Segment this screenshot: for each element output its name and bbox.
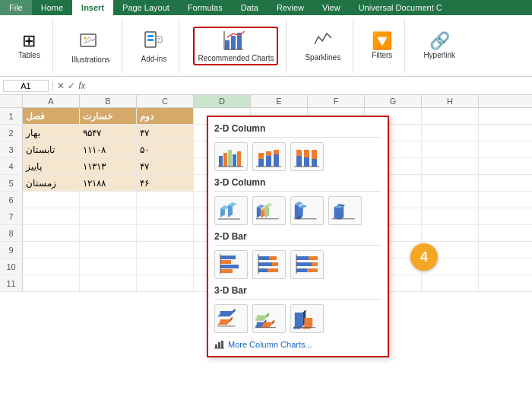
cell-c4[interactable]: ۴۷	[137, 158, 194, 174]
row-number: 6	[0, 192, 23, 208]
filters-button[interactable]: 🔽 Filters	[367, 31, 397, 61]
svg-marker-83	[255, 316, 266, 321]
column-headers: A B C D E F G H	[0, 95, 532, 108]
sparklines-button[interactable]: Sparklines	[300, 29, 345, 63]
tab-page-layout[interactable]: Page Layout	[113, 0, 179, 15]
cell-h2[interactable]	[422, 125, 479, 141]
3d-bar-3[interactable]	[290, 304, 324, 333]
2d-column-clustered[interactable]	[214, 142, 248, 171]
cell-reference-input[interactable]	[3, 80, 49, 92]
cell-a4[interactable]: پاییز	[23, 158, 80, 174]
ribbon-group-charts: Recommended Charts	[185, 18, 287, 73]
filters-label: Filters	[372, 51, 392, 59]
recommended-charts-label: Recommended Charts	[198, 54, 274, 62]
hyperlink-icon: 🔗	[429, 33, 450, 49]
svg-rect-57	[220, 265, 239, 268]
svg-rect-24	[274, 150, 279, 154]
3d-bar-2[interactable]	[252, 304, 286, 333]
cell-b6[interactable]	[80, 192, 137, 208]
tab-home[interactable]: Home	[32, 0, 72, 15]
cell-a3[interactable]: تابستان	[23, 141, 80, 157]
formula-input[interactable]	[88, 81, 529, 91]
svg-rect-21	[266, 156, 271, 167]
2d-column-options	[214, 142, 382, 171]
ribbon-group-sparklines: Sparklines	[293, 18, 353, 73]
cell-h6[interactable]	[422, 192, 479, 208]
3d-column-1[interactable]	[214, 196, 248, 225]
tables-button[interactable]: ⊞ Tables	[14, 31, 45, 61]
cell-a1[interactable]: فصل	[23, 108, 80, 124]
svg-rect-61	[269, 256, 277, 260]
ribbon-group-illustrations: Illustrations	[59, 18, 123, 73]
cell-b1[interactable]: خسارت	[80, 108, 137, 124]
cell-c1[interactable]: دوم	[137, 108, 194, 124]
cell-b5[interactable]: ۱۲۱۸۸	[80, 175, 137, 191]
row-number-header	[0, 95, 23, 107]
cell-h4[interactable]	[422, 158, 479, 174]
cell-c5[interactable]: ۴۶	[137, 175, 194, 191]
svg-rect-91	[215, 344, 217, 348]
svg-rect-62	[258, 262, 272, 266]
col-header-e: E	[251, 95, 308, 107]
2d-column-100pct[interactable]	[290, 142, 324, 171]
cell-c2[interactable]: ۴۷	[137, 125, 194, 141]
svg-rect-16	[233, 154, 236, 167]
ribbon-content: ⊞ Tables Illustrations	[0, 15, 532, 76]
row-number: 1	[0, 108, 23, 124]
col-header-g: G	[365, 95, 422, 107]
cell-b3[interactable]: ۱۱۱۰۸	[80, 141, 137, 157]
insert-function-icon[interactable]: fx	[78, 81, 85, 91]
svg-rect-70	[312, 262, 318, 266]
hyperlink-button[interactable]: 🔗 Hyperlink	[419, 31, 460, 61]
tab-review[interactable]: Review	[268, 0, 313, 15]
tab-universal[interactable]: Universal Document C	[350, 0, 451, 15]
2d-bar-stacked[interactable]	[252, 250, 286, 279]
3d-bar-1[interactable]	[214, 304, 248, 333]
svg-rect-31	[312, 150, 317, 159]
cell-b4[interactable]: ۱۱۳۱۳	[80, 158, 137, 174]
illustrations-button[interactable]: Illustrations	[67, 27, 115, 65]
recommended-charts-button[interactable]: Recommended Charts	[193, 27, 278, 65]
svg-rect-69	[296, 262, 312, 266]
cell-h3[interactable]	[422, 141, 479, 157]
cell-b2[interactable]: ۹۵۴۷	[80, 125, 137, 141]
tab-formulas[interactable]: Formulas	[179, 0, 232, 15]
cell-c6[interactable]	[137, 192, 194, 208]
svg-marker-77	[230, 316, 233, 322]
ribbon-group-addins: ? Add-ins	[128, 18, 179, 73]
svg-rect-9	[231, 36, 236, 49]
svg-rect-26	[296, 156, 302, 167]
addins-button[interactable]: ? Add-ins	[136, 27, 171, 65]
more-column-charts-label: More Column Charts...	[228, 340, 312, 349]
tab-data[interactable]: Data	[232, 0, 268, 15]
cell-a5[interactable]: زمستان	[23, 175, 80, 191]
tab-view[interactable]: View	[313, 0, 350, 15]
cell-a2[interactable]: بهار	[23, 125, 80, 141]
2d-bar-100pct[interactable]	[290, 250, 324, 279]
svg-rect-13	[219, 156, 223, 167]
cell-h1[interactable]	[422, 108, 479, 124]
ribbon-group-hyperlink: 🔗 Hyperlink	[411, 18, 467, 73]
confirm-icon: ✓	[68, 81, 75, 91]
cell-a6[interactable]	[23, 192, 80, 208]
svg-marker-75	[233, 309, 236, 314]
svg-rect-63	[272, 262, 278, 266]
svg-point-2	[84, 37, 87, 40]
2d-column-stacked[interactable]	[252, 142, 286, 171]
tab-file[interactable]: File	[0, 0, 32, 15]
svg-rect-19	[258, 159, 264, 167]
3d-column-3[interactable]	[290, 196, 324, 225]
tab-insert[interactable]: Insert	[72, 0, 113, 15]
col-header-c: C	[137, 95, 194, 107]
col-header-f: F	[308, 95, 365, 107]
3d-column-4[interactable]	[328, 196, 362, 225]
2d-bar-clustered[interactable]	[214, 250, 248, 279]
cell-h5[interactable]	[422, 175, 479, 191]
row-number: 7	[0, 208, 23, 224]
3d-column-2[interactable]	[252, 196, 286, 225]
col-header-b: B	[80, 95, 137, 107]
svg-rect-27	[296, 150, 302, 156]
more-column-charts-link[interactable]: More Column Charts...	[214, 339, 382, 350]
svg-rect-4	[147, 35, 154, 37]
cell-c3[interactable]: ۵۰	[137, 141, 194, 157]
